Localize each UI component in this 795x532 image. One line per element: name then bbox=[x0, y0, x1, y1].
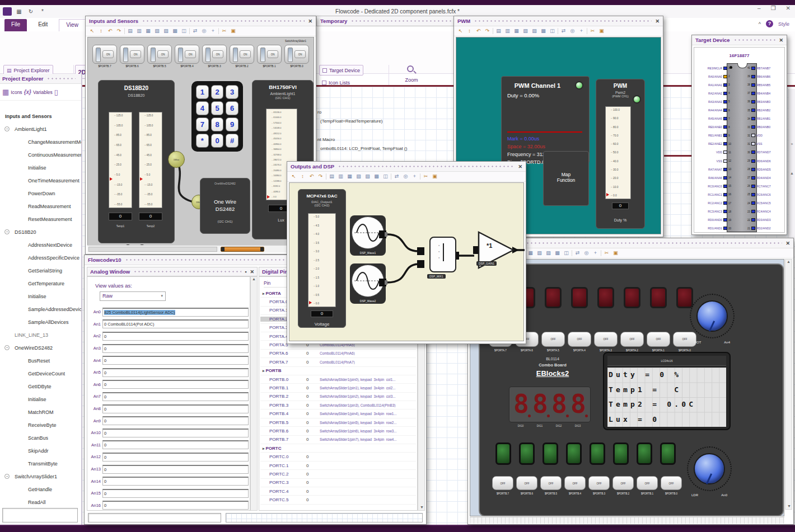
analog-value-field[interactable]: 0 bbox=[102, 332, 249, 341]
pwm-gauge-panel[interactable]: PWM Pwm2 (PWM CH1) 100.090.080.070.060.0… bbox=[596, 79, 645, 229]
ds18b20-component[interactable]: DS18B20 DS18B20 125.0105.085.065.045.025… bbox=[98, 80, 175, 243]
ribbon-collapse-button[interactable]: ^ bbox=[759, 21, 761, 27]
keypad-key[interactable]: 3 bbox=[226, 85, 238, 99]
toolbar-icon[interactable]: ↕ bbox=[97, 27, 105, 35]
pwm-channel-panel[interactable]: PWM Channel 1 Duty = 0.00% Mark = 0.00us… bbox=[501, 76, 590, 163]
off-button[interactable]: OFF bbox=[612, 476, 634, 490]
dsp-mix-block[interactable] bbox=[429, 237, 456, 272]
tree-item[interactable]: − GetIDByte bbox=[0, 380, 81, 393]
tree-expander-icon[interactable]: − bbox=[4, 474, 10, 479]
digital-pin-row[interactable]: PORTC.5 0 bbox=[260, 496, 416, 504]
switch-slider[interactable] bbox=[260, 48, 265, 62]
toolbar-icon[interactable] bbox=[601, 250, 601, 256]
chip-pin-row[interactable]: 26 RC7/ANC7 bbox=[745, 182, 783, 190]
digital-pin-row[interactable]: PORTB.2 0 SwitchArraySlider1(pin2), keyp… bbox=[260, 393, 416, 401]
toolbar-icon[interactable]: ◫ bbox=[180, 27, 188, 35]
toolbar-icon[interactable]: ▣ bbox=[598, 27, 605, 35]
chip-pin-row[interactable]: 34 RB1/ANB1 bbox=[745, 115, 783, 123]
switch-slider[interactable] bbox=[288, 48, 293, 62]
analog-value-field[interactable]: 0 bbox=[102, 453, 249, 462]
analog-window-header[interactable]: Analog Window ▪ ✕ bbox=[87, 267, 258, 276]
toolbar-icon[interactable]: ↖ bbox=[88, 27, 96, 35]
tree-item[interactable]: − SampleAllDevices bbox=[0, 316, 81, 328]
chip-pin-row[interactable]: RA2/ANA2 4 bbox=[695, 89, 733, 97]
toolbar-icon[interactable] bbox=[572, 250, 572, 256]
ribbon-toggle[interactable]: Target Device bbox=[319, 65, 363, 76]
onewire-connector-ball[interactable]: 1Wire bbox=[168, 151, 185, 168]
restore-button[interactable]: ❐ bbox=[771, 5, 776, 11]
chip-pin-row[interactable]: RD0/AND0 19 bbox=[695, 216, 733, 224]
knob-dial[interactable] bbox=[696, 300, 728, 332]
target-device-titlebar[interactable]: Target Device ✕ bbox=[692, 35, 787, 45]
off-button[interactable]: OFF bbox=[594, 332, 618, 347]
map-function-block[interactable]: Map Function bbox=[543, 151, 589, 206]
tree-item[interactable]: − ScanBus bbox=[0, 431, 81, 444]
switch-on-button[interactable]: ON bbox=[185, 50, 196, 58]
toolbar-icon[interactable]: + bbox=[209, 27, 217, 35]
analog-value-field[interactable]: 0 bbox=[102, 380, 249, 389]
chip-pin-row[interactable]: 37 RB4/ANB4 bbox=[745, 89, 783, 97]
switch-on-button[interactable]: ON bbox=[267, 50, 278, 58]
toolbar-icon[interactable]: ✂ bbox=[589, 27, 596, 35]
switch-on-button[interactable]: ON bbox=[130, 50, 141, 58]
help-icon[interactable]: ? bbox=[766, 20, 773, 27]
switch-slider[interactable] bbox=[205, 48, 211, 62]
inputs-window-titlebar[interactable]: Inputs and Sensors ✕ bbox=[86, 16, 316, 26]
tree-item[interactable]: − AddressNextDevice bbox=[0, 238, 81, 251]
tree-item[interactable]: − OneWireDS2482 bbox=[0, 341, 81, 354]
tree-expander-icon[interactable]: − bbox=[4, 229, 10, 234]
chip-pin-row[interactable]: RC3/ANC3 18 bbox=[695, 208, 733, 216]
chip-pin-row[interactable]: 35 RB2/ANB2 bbox=[745, 106, 783, 114]
chip-pin-row[interactable]: 36 RB3/ANB3 bbox=[745, 97, 783, 106]
digital-pin-row[interactable]: PORTB.0 0 SwitchArraySlider1(pin0), keyp… bbox=[260, 375, 416, 384]
port-button[interactable]: OFF $PORTA.2 bbox=[620, 332, 644, 352]
tree-item[interactable]: − GetDeviceCount bbox=[0, 367, 81, 380]
chip-pin-row[interactable]: 22 RD3/AND3 bbox=[745, 216, 783, 224]
chip-pin-row[interactable]: RC1/ANC1 16 bbox=[695, 190, 733, 199]
off-button[interactable]: OFF bbox=[516, 476, 537, 490]
analog-value-field[interactable]: 0 bbox=[102, 429, 249, 437]
switch-on-button[interactable]: ON bbox=[240, 50, 251, 58]
functions-icon[interactable]: ▯ bbox=[54, 88, 58, 96]
toolbar-icon[interactable]: ↷ bbox=[115, 27, 123, 35]
toolbar-icon[interactable]: ▤ bbox=[127, 27, 134, 35]
toolbar-icon[interactable]: ⇄ bbox=[191, 27, 199, 35]
pin-icon[interactable]: ▪ bbox=[245, 269, 246, 275]
tree-item[interactable]: − GetSerialString bbox=[0, 264, 81, 277]
digital-pin-row[interactable]: PORTC.3 0 bbox=[260, 479, 416, 487]
toolbar-icon[interactable]: + bbox=[578, 27, 585, 35]
dsp-wave2-block[interactable]: DSP_Wave2 bbox=[350, 263, 386, 304]
analog-value-field[interactable]: 0 bbox=[102, 489, 249, 498]
toolbar-icon[interactable]: ▥ bbox=[337, 173, 344, 180]
keypad-key[interactable]: 7 bbox=[196, 117, 209, 131]
toolbar-icon[interactable]: ▥ bbox=[135, 27, 143, 35]
off-button[interactable]: OFF bbox=[564, 476, 586, 490]
port-switch[interactable]: ON $PORTB.6 bbox=[120, 45, 144, 68]
off-button[interactable]: OFF bbox=[492, 476, 513, 490]
port-button[interactable]: OFF $PORTB.4 bbox=[564, 476, 586, 495]
close-icon[interactable]: ✕ bbox=[308, 18, 312, 24]
resistor-component[interactable] bbox=[221, 247, 264, 252]
toolbar-icon[interactable]: ◫ bbox=[549, 27, 556, 35]
chip-pin-row[interactable]: RE3/MCLR 1 bbox=[695, 64, 733, 72]
port-button[interactable]: OFF $PORTB.6 bbox=[516, 476, 537, 495]
close-icon[interactable]: ✕ bbox=[518, 164, 522, 170]
dsp-wave1-block[interactable]: DSP_Wave1 bbox=[350, 215, 386, 256]
horizontal-scrollbar[interactable] bbox=[87, 245, 314, 252]
chip-pin-row[interactable]: 27 RD4/AND4 bbox=[745, 173, 783, 182]
toolbar-icon[interactable]: ▦ bbox=[144, 27, 152, 35]
port-switch[interactable]: ON $PORTB.2 bbox=[230, 45, 254, 68]
chip-pin-row[interactable]: VSS 12 bbox=[695, 157, 733, 165]
chip-pin-row[interactable]: 39 RB6/ANB6 bbox=[745, 72, 783, 81]
toolbar-icon[interactable]: ⇄ bbox=[393, 173, 400, 180]
chip-pin-row[interactable]: 31 VSS bbox=[745, 140, 783, 148]
digital-pin-row[interactable]: PORTB.1 0 SwitchArraySlider1(pin1), keyp… bbox=[260, 384, 416, 392]
port-switch[interactable]: ON $PORTB.7 bbox=[92, 45, 117, 68]
keypad-key[interactable]: * bbox=[196, 134, 209, 148]
switch-on-button[interactable]: ON bbox=[212, 50, 223, 58]
tree-item[interactable]: − ContinuousMeasurement bbox=[0, 148, 81, 161]
tree-item[interactable]: − MatchROM bbox=[0, 406, 81, 418]
switch-slider[interactable] bbox=[151, 48, 156, 62]
port-button[interactable]: OFF $PORTA.5 bbox=[541, 332, 565, 352]
analog-value-field[interactable]: 825 ComboBL0114(LightSensor ADC) bbox=[102, 308, 249, 317]
